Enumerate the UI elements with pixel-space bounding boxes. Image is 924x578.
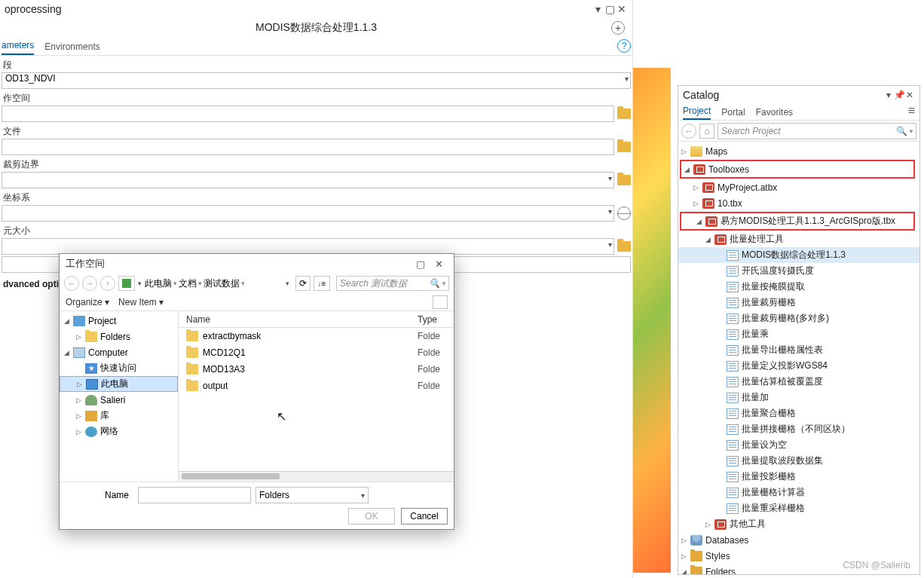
catalog-node[interactable]: ▷10.tbx <box>678 195 919 211</box>
tab-parameters[interactable]: ameters <box>2 40 34 55</box>
breadcrumb[interactable]: 此电脑▾ 文档▾ 测试数据▾ <box>145 277 245 290</box>
lib-icon <box>85 411 97 421</box>
tab-project[interactable]: Project <box>683 106 711 120</box>
browse-workspace-icon[interactable] <box>617 109 631 119</box>
catalog-menu-icon[interactable]: ≡ <box>908 104 915 120</box>
viewmode-icon[interactable] <box>433 295 448 309</box>
search-icon[interactable]: 🔍 <box>896 126 907 136</box>
param-field-input[interactable]: OD13_NDVI▾ <box>2 72 631 89</box>
param-crs-input[interactable]: ▾ <box>2 205 614 222</box>
dialog-tree-node[interactable]: ◢Project <box>60 313 178 329</box>
add-icon[interactable]: + <box>611 21 625 35</box>
list-row[interactable]: MCD12Q1Folde <box>179 344 454 361</box>
map-view[interactable] <box>633 68 671 573</box>
catalog-node[interactable]: 批量聚合栅格 <box>678 405 919 421</box>
param-workspace-input[interactable] <box>2 106 614 122</box>
catalog-node[interactable]: 批量乘 <box>678 326 919 342</box>
catalog-node[interactable]: ▷MyProject.atbx <box>678 179 919 195</box>
script-icon <box>727 456 739 466</box>
catalog-node[interactable]: 批量裁剪栅格(多对多) <box>678 310 919 326</box>
catalog-node[interactable]: ▷Databases <box>678 532 919 548</box>
param-crs-label: 坐标系 <box>2 190 631 205</box>
catalog-node[interactable]: 批量估算植被覆盖度 <box>678 374 919 390</box>
nav-fwd-icon[interactable]: → <box>82 276 97 291</box>
script-icon <box>727 408 739 419</box>
catalog-node[interactable]: 批量拼接栅格（不同区块） <box>678 421 919 437</box>
list-row[interactable]: MOD13A3Folde <box>179 361 454 378</box>
dialog-tree-node[interactable]: ◢Computer <box>60 344 178 360</box>
tab-favorites[interactable]: Favorites <box>756 107 793 120</box>
catalog-node[interactable]: 批量裁剪栅格 <box>678 295 919 310</box>
catalog-node[interactable]: 批量重采样栅格 <box>678 500 919 516</box>
nav-view-drop[interactable] <box>118 276 135 291</box>
net-icon <box>85 427 97 437</box>
list-header[interactable]: Name Type <box>179 311 454 328</box>
dialog-close-icon[interactable]: ✕ <box>430 258 448 270</box>
pin-icon[interactable]: ▢ <box>604 3 616 15</box>
list-row[interactable]: outputFolde <box>179 378 454 394</box>
close-icon[interactable]: ✕ <box>616 3 628 15</box>
star-icon: ★ <box>85 363 97 374</box>
catalog-node[interactable]: 批量投影栅格 <box>678 469 919 485</box>
catalog-node[interactable]: 批量导出栅格属性表 <box>678 342 919 358</box>
filter-select[interactable]: Folders <box>255 487 369 503</box>
nav-back-icon[interactable]: ← <box>64 276 79 291</box>
catalog-tree[interactable]: ▷Maps◢Toolboxes▷MyProject.atbx▷10.tbx◢易方… <box>678 142 919 574</box>
dialog-max-icon[interactable]: ▢ <box>412 258 430 270</box>
catalog-node[interactable]: ◢易方MODIS处理工具1.1.3_ArcGISpro版.tbx <box>681 213 913 229</box>
dialog-search-input[interactable]: Search 测试数据 🔍▾ <box>336 276 449 291</box>
dialog-tree-node[interactable]: ▷库 <box>60 408 178 424</box>
dialog-tree-node[interactable]: ▷Folders <box>60 329 178 344</box>
script-icon <box>727 488 739 498</box>
dialog-tree[interactable]: ◢Project▷Folders◢Computer★快速访问▷此电脑▷Salie… <box>60 311 179 482</box>
catalog-node[interactable]: 批量按掩膜提取 <box>678 279 919 295</box>
dialog-tree-node[interactable]: ★快速访问 <box>60 360 178 376</box>
catalog-home-icon[interactable]: ⌂ <box>699 124 714 139</box>
refresh-icon[interactable]: ⟳ <box>295 276 311 291</box>
browse-cell-icon[interactable] <box>617 241 631 252</box>
catalog-node[interactable]: ◢Toolboxes <box>681 161 913 177</box>
param-file-input[interactable] <box>2 139 614 155</box>
catalog-pin-icon[interactable]: 📌 <box>894 90 904 100</box>
list-row[interactable]: extractbymaskFolde <box>179 328 454 344</box>
browse-clip-icon[interactable] <box>617 175 631 185</box>
tbx-icon <box>693 164 705 175</box>
browse-file-icon[interactable] <box>617 142 631 152</box>
param-clip-input[interactable]: ▾ <box>2 172 614 188</box>
dialog-tree-node[interactable]: ▷此电脑 <box>60 376 178 392</box>
crs-picker-icon[interactable] <box>617 206 631 220</box>
organize-menu[interactable]: Organize ▾ <box>66 297 109 307</box>
catalog-node[interactable]: ▷其他工具 <box>678 516 919 532</box>
catalog-node[interactable]: 批量加 <box>678 390 919 405</box>
catalog-back-icon[interactable]: ← <box>681 124 696 139</box>
catalog-node[interactable]: 批量提取波段数据集 <box>678 453 919 469</box>
catalog-node[interactable]: 批量设为空 <box>678 437 919 453</box>
catalog-node[interactable]: 开氏温度转摄氏度 <box>678 263 919 279</box>
catalog-node[interactable]: 批量定义投影WGS84 <box>678 358 919 374</box>
ok-button[interactable]: OK <box>348 508 395 524</box>
catalog-node[interactable]: ◢批量处理工具 <box>678 231 919 247</box>
sort-icon[interactable]: ↓≡ <box>314 276 330 291</box>
tab-environments[interactable]: Environments <box>44 41 99 55</box>
cancel-button[interactable]: Cancel <box>401 508 448 524</box>
catalog-node[interactable]: MODIS数据综合处理1.1.3 <box>678 247 919 263</box>
horizontal-scrollbar[interactable] <box>179 471 454 482</box>
catalog-search-input[interactable]: Search Project 🔍▾ <box>717 123 916 139</box>
catalog-node[interactable]: 批量栅格计算器 <box>678 485 919 500</box>
catalog-close-icon[interactable]: ✕ <box>904 90 915 100</box>
nav-up-icon[interactable]: ↑ <box>100 276 115 291</box>
param-cell-input[interactable]: ▾ <box>2 238 614 255</box>
catalog-node[interactable]: ▷Maps <box>678 143 919 159</box>
newitem-menu[interactable]: New Item ▾ <box>118 297 164 307</box>
dock-icon[interactable]: ▾ <box>592 3 604 15</box>
catalog-dock-icon[interactable]: ▾ <box>883 90 894 100</box>
user-icon <box>85 395 97 405</box>
script-icon <box>727 472 739 482</box>
help-icon[interactable]: ? <box>617 39 631 53</box>
name-input[interactable] <box>138 487 251 503</box>
dialog-tree-node[interactable]: ▷Salieri <box>60 392 178 408</box>
tab-portal[interactable]: Portal <box>721 107 745 120</box>
dialog-tree-node[interactable]: ▷网络 <box>60 424 178 439</box>
dialog-list[interactable]: Name Type extractbymaskFoldeMCD12Q1Folde… <box>179 311 454 482</box>
dialog-titlebar[interactable]: 工作空间 ▢ ✕ <box>60 254 454 274</box>
